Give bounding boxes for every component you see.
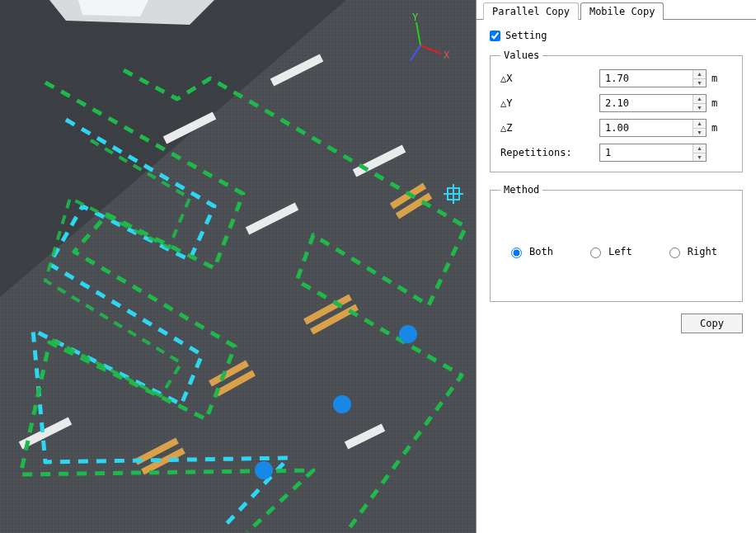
method-right[interactable]: Right bbox=[665, 245, 717, 258]
dz-input[interactable] bbox=[600, 120, 693, 136]
tab-label: Parallel Copy bbox=[492, 6, 570, 17]
row-dy: △Y ▲ ▼ m bbox=[500, 94, 732, 112]
dy-label: △Y bbox=[500, 97, 599, 109]
setting-checkbox[interactable] bbox=[490, 31, 500, 41]
dx-step-up[interactable]: ▲ bbox=[693, 70, 706, 79]
dx-unit: m bbox=[711, 73, 717, 84]
row-repetitions: Repetitions: ▲ ▼ bbox=[500, 144, 732, 162]
rep-spinbox[interactable]: ▲ ▼ bbox=[599, 144, 707, 162]
setting-checkbox-row[interactable]: Setting bbox=[490, 30, 743, 41]
radio-left[interactable] bbox=[590, 248, 601, 258]
dy-unit: m bbox=[711, 97, 717, 109]
dx-label: △X bbox=[500, 73, 599, 84]
tab-parallel-copy[interactable]: Parallel Copy bbox=[483, 2, 579, 20]
radio-right-label: Right bbox=[688, 246, 717, 257]
dy-step-up[interactable]: ▲ bbox=[693, 95, 706, 104]
svg-point-22 bbox=[333, 395, 351, 413]
tab-bar: Parallel Copy Mobile Copy bbox=[477, 0, 756, 20]
dz-label: △Z bbox=[500, 122, 599, 134]
method-both[interactable]: Both bbox=[507, 245, 553, 258]
viewport-3d[interactable]: X Y bbox=[0, 0, 477, 533]
gizmo-x-label: X bbox=[444, 50, 450, 61]
svg-point-21 bbox=[399, 325, 417, 343]
side-panel: Parallel Copy Mobile Copy Setting Values… bbox=[477, 0, 756, 533]
setting-label: Setting bbox=[505, 30, 547, 41]
button-row: Copy bbox=[490, 314, 743, 333]
radio-both[interactable] bbox=[511, 248, 522, 258]
radio-left-label: Left bbox=[608, 246, 632, 257]
values-group: Values △X ▲ ▼ m △Y bbox=[490, 50, 743, 172]
dz-spinbox[interactable]: ▲ ▼ bbox=[599, 119, 707, 137]
radio-both-label: Both bbox=[529, 246, 553, 257]
gizmo-y-label: Y bbox=[412, 12, 419, 23]
copy-button[interactable]: Copy bbox=[681, 314, 743, 333]
rep-step-up[interactable]: ▲ bbox=[693, 144, 706, 153]
svg-marker-6 bbox=[78, 0, 148, 17]
radio-right[interactable] bbox=[669, 248, 680, 258]
dx-input[interactable] bbox=[600, 70, 693, 87]
row-dx: △X ▲ ▼ m bbox=[500, 69, 732, 87]
method-group: Method Both Left Right bbox=[490, 184, 743, 302]
copy-button-label: Copy bbox=[700, 318, 724, 329]
tab-mobile-copy[interactable]: Mobile Copy bbox=[580, 2, 664, 20]
dy-input[interactable] bbox=[600, 95, 693, 111]
values-legend: Values bbox=[500, 50, 542, 61]
rep-label: Repetitions: bbox=[500, 147, 599, 158]
dz-unit: m bbox=[711, 122, 717, 134]
dz-step-down[interactable]: ▼ bbox=[693, 129, 706, 137]
rep-input[interactable] bbox=[600, 144, 693, 161]
row-dz: △Z ▲ ▼ m bbox=[500, 119, 732, 137]
rep-step-down[interactable]: ▼ bbox=[693, 153, 706, 162]
app-root: X Y Parallel Copy Mobile Copy Setting Va… bbox=[0, 0, 756, 533]
dy-spinbox[interactable]: ▲ ▼ bbox=[599, 94, 707, 112]
dy-step-down[interactable]: ▼ bbox=[693, 104, 706, 112]
panel-body: Setting Values △X ▲ ▼ m △Y bbox=[477, 20, 756, 343]
dx-spinbox[interactable]: ▲ ▼ bbox=[599, 69, 707, 87]
method-left[interactable]: Left bbox=[586, 245, 632, 258]
dx-step-down[interactable]: ▼ bbox=[693, 79, 706, 87]
method-options: Both Left Right bbox=[500, 204, 732, 291]
dz-step-up[interactable]: ▲ bbox=[693, 120, 706, 129]
svg-point-23 bbox=[255, 461, 273, 479]
viewport-overlay: X Y bbox=[0, 0, 477, 533]
tab-label: Mobile Copy bbox=[589, 6, 655, 17]
method-legend: Method bbox=[500, 184, 542, 196]
